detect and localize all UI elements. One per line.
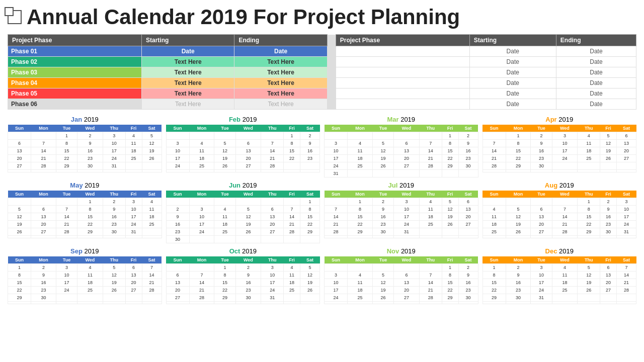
- cal-day: [300, 162, 320, 170]
- cal-day: 7: [142, 264, 162, 272]
- cal-day-header: Fri: [600, 256, 617, 264]
- cal-day: 21: [419, 155, 442, 162]
- cal-day: 30: [103, 228, 125, 236]
- cal-day: 20: [31, 221, 56, 228]
- cal-day: [8, 236, 31, 238]
- cal-day: [214, 132, 235, 140]
- cal-day: 31: [125, 228, 142, 236]
- cal-day: 11: [142, 206, 162, 213]
- cal-day: 11: [214, 213, 235, 221]
- cal-day-header: Tue: [372, 191, 393, 198]
- cal-title: May 2019: [8, 182, 162, 189]
- phase02-start[interactable]: Text Here: [141, 57, 234, 67]
- cal-day-header: Tue: [531, 256, 552, 264]
- cal-day-header: Sat: [142, 125, 162, 132]
- cal-day: [261, 132, 284, 140]
- cal-day: [617, 170, 636, 172]
- cal-day: [600, 302, 617, 304]
- cal-day-header: Wed: [235, 256, 261, 264]
- phase02-rphase: [336, 57, 469, 67]
- cal-day: 14: [189, 279, 214, 287]
- cal-day: 16: [531, 147, 552, 155]
- phase03-start[interactable]: Text Here: [141, 67, 234, 78]
- phase01-end[interactable]: Date: [234, 46, 327, 57]
- phase06-label[interactable]: Phase 06: [8, 99, 142, 110]
- phase06-end[interactable]: Text Here: [234, 99, 327, 110]
- cal-day: 18: [284, 279, 300, 287]
- cal-year: 2019: [242, 247, 257, 255]
- cal-day-header: Wed: [552, 191, 578, 198]
- cal-day: 15: [214, 279, 235, 287]
- phase05-start[interactable]: Text Here: [141, 88, 234, 99]
- cal-day: [442, 170, 458, 177]
- cal-day: 8: [56, 140, 77, 147]
- cal-day: 11: [189, 147, 214, 155]
- cal-day: 7: [31, 140, 56, 147]
- cal-day: 6: [235, 140, 261, 147]
- phase03-end[interactable]: Text Here: [234, 67, 327, 78]
- cal-day-header: Mon: [506, 125, 531, 132]
- cal-day-header: Wed: [235, 125, 261, 132]
- cal-day: 30: [458, 162, 478, 170]
- cal-day: 18: [482, 221, 506, 228]
- cal-day: 1: [300, 198, 320, 206]
- cal-month-name: Nov: [387, 247, 399, 255]
- cal-table: SunMonTueWedThuFriSat 123456789101112131…: [166, 256, 320, 304]
- phase05-label[interactable]: Phase 05: [8, 88, 142, 99]
- cal-day-header: Tue: [56, 191, 77, 198]
- phase06-start[interactable]: Text Here: [141, 99, 234, 110]
- calendar-dec: Dec 2019 SunMonTueWedThuFriSat 123456789…: [482, 247, 637, 304]
- cal-day: [31, 170, 56, 172]
- phase04-label[interactable]: Phase 04: [8, 78, 142, 88]
- cal-day: 29: [214, 294, 235, 302]
- cal-day: 1: [442, 132, 458, 140]
- cal-day: 7: [617, 264, 636, 272]
- cal-day: 17: [166, 155, 189, 162]
- cal-day-header: Wed: [394, 191, 420, 198]
- cal-day: 18: [142, 213, 162, 221]
- phase05-end[interactable]: Text Here: [234, 88, 327, 99]
- cal-day: 26: [103, 287, 125, 294]
- cal-day: 9: [600, 206, 617, 213]
- cal-year: 2019: [243, 116, 257, 123]
- phase04-start[interactable]: Text Here: [141, 78, 234, 88]
- cal-day-header: Sat: [300, 125, 320, 132]
- cal-day-header: Thu: [261, 125, 284, 132]
- cal-day: 6: [458, 198, 478, 206]
- phase01-start[interactable]: Date: [141, 46, 234, 57]
- cal-day-header: Tue: [56, 256, 77, 264]
- cal-day: 22: [300, 221, 320, 228]
- cal-day: 12: [442, 206, 458, 213]
- phase04-end[interactable]: Text Here: [234, 78, 327, 88]
- cal-day: 19: [300, 279, 320, 287]
- cal-day: 5: [442, 198, 458, 206]
- cal-day: 31: [531, 294, 552, 302]
- separator-cell: [327, 57, 336, 67]
- cal-day: [458, 302, 478, 304]
- cal-day: 12: [214, 147, 235, 155]
- phase02-end[interactable]: Text Here: [234, 57, 327, 67]
- phase03-label[interactable]: Phase 03: [8, 67, 142, 78]
- cal-day: 23: [300, 155, 320, 162]
- cal-day: [56, 198, 77, 206]
- cal-year: 2019: [84, 116, 99, 123]
- cal-day: 5: [142, 132, 162, 140]
- cal-day: [189, 302, 214, 304]
- cal-day: 18: [552, 279, 578, 287]
- cal-day: 28: [419, 162, 442, 170]
- cal-day: 2: [458, 264, 478, 272]
- cal-day: 25: [77, 287, 103, 294]
- phase02-label[interactable]: Phase 02: [8, 57, 142, 67]
- cal-day: 16: [372, 213, 393, 221]
- phase01-label[interactable]: Phase 01: [8, 46, 142, 57]
- cal-day: 25: [348, 294, 373, 302]
- cal-day: 29: [300, 228, 320, 236]
- cal-day: 18: [189, 155, 214, 162]
- cal-day: 15: [77, 213, 103, 221]
- cal-day: 15: [56, 147, 77, 155]
- cal-day: 4: [578, 132, 600, 140]
- cal-day: 17: [261, 279, 284, 287]
- cal-day: [31, 302, 56, 304]
- cal-day: 24: [325, 162, 348, 170]
- cal-day-header: Mon: [31, 256, 56, 264]
